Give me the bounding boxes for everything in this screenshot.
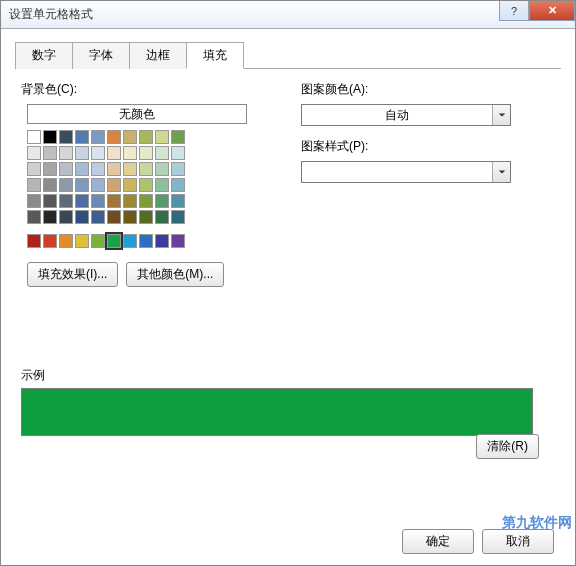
color-swatch[interactable]: [75, 130, 89, 144]
color-swatch[interactable]: [155, 130, 169, 144]
cancel-button[interactable]: 取消: [482, 529, 554, 554]
color-swatch[interactable]: [123, 178, 137, 192]
sample-label: 示例: [21, 367, 555, 384]
color-swatch[interactable]: [123, 146, 137, 160]
color-swatch[interactable]: [123, 234, 137, 248]
color-swatch[interactable]: [155, 178, 169, 192]
pattern-color-label: 图案颜色(A):: [301, 81, 555, 98]
color-swatch[interactable]: [91, 194, 105, 208]
color-swatch[interactable]: [75, 194, 89, 208]
color-swatch[interactable]: [107, 234, 121, 248]
bg-color-label: 背景色(C):: [21, 81, 261, 98]
pattern-color-value: 自动: [302, 107, 492, 124]
color-swatch[interactable]: [171, 210, 185, 224]
color-swatch[interactable]: [171, 194, 185, 208]
color-swatch[interactable]: [107, 178, 121, 192]
tab-page-fill: 背景色(C): 无颜色 填充效果(I)... 其他颜色(M)... 图案颜色(A…: [15, 69, 561, 509]
titlebar: 设置单元格格式 ? ✕: [1, 1, 575, 29]
color-swatch[interactable]: [91, 162, 105, 176]
color-swatch[interactable]: [139, 210, 153, 224]
tab-bar: 数字 字体 边框 填充: [15, 41, 561, 69]
color-swatch[interactable]: [75, 210, 89, 224]
color-swatch[interactable]: [107, 162, 121, 176]
color-swatch[interactable]: [91, 146, 105, 160]
color-palette: [27, 130, 261, 248]
color-swatch[interactable]: [27, 210, 41, 224]
color-swatch[interactable]: [91, 210, 105, 224]
color-swatch[interactable]: [171, 234, 185, 248]
color-swatch[interactable]: [123, 162, 137, 176]
tab-font[interactable]: 字体: [72, 42, 130, 69]
color-swatch[interactable]: [171, 130, 185, 144]
color-swatch[interactable]: [139, 194, 153, 208]
color-swatch[interactable]: [27, 162, 41, 176]
color-swatch[interactable]: [43, 210, 57, 224]
color-swatch[interactable]: [59, 130, 73, 144]
color-swatch[interactable]: [155, 234, 169, 248]
color-swatch[interactable]: [43, 234, 57, 248]
tab-fill[interactable]: 填充: [186, 42, 244, 69]
color-swatch[interactable]: [107, 194, 121, 208]
color-swatch[interactable]: [139, 234, 153, 248]
color-swatch[interactable]: [123, 194, 137, 208]
chevron-down-icon: [492, 105, 510, 125]
color-swatch[interactable]: [171, 178, 185, 192]
color-swatch[interactable]: [155, 146, 169, 160]
window-title: 设置单元格格式: [9, 6, 93, 23]
color-swatch[interactable]: [107, 130, 121, 144]
color-swatch[interactable]: [75, 146, 89, 160]
color-swatch[interactable]: [107, 146, 121, 160]
pattern-style-combo[interactable]: [301, 161, 511, 183]
color-swatch[interactable]: [27, 130, 41, 144]
close-button[interactable]: ✕: [529, 1, 575, 21]
color-swatch[interactable]: [43, 162, 57, 176]
pattern-style-label: 图案样式(P):: [301, 138, 555, 155]
color-swatch[interactable]: [171, 162, 185, 176]
color-swatch[interactable]: [75, 178, 89, 192]
color-swatch[interactable]: [155, 210, 169, 224]
more-colors-button[interactable]: 其他颜色(M)...: [126, 262, 224, 287]
color-swatch[interactable]: [59, 234, 73, 248]
color-swatch[interactable]: [43, 146, 57, 160]
color-swatch[interactable]: [155, 162, 169, 176]
color-swatch[interactable]: [155, 194, 169, 208]
color-swatch[interactable]: [123, 130, 137, 144]
color-swatch[interactable]: [59, 178, 73, 192]
color-swatch[interactable]: [43, 194, 57, 208]
ok-button[interactable]: 确定: [402, 529, 474, 554]
color-swatch[interactable]: [59, 210, 73, 224]
color-swatch[interactable]: [59, 194, 73, 208]
chevron-down-icon: [492, 162, 510, 182]
color-swatch[interactable]: [75, 234, 89, 248]
tab-border[interactable]: 边框: [129, 42, 187, 69]
color-swatch[interactable]: [139, 146, 153, 160]
no-color-button[interactable]: 无颜色: [27, 104, 247, 124]
color-swatch[interactable]: [59, 162, 73, 176]
fill-effects-button[interactable]: 填充效果(I)...: [27, 262, 118, 287]
color-swatch[interactable]: [75, 162, 89, 176]
color-swatch[interactable]: [139, 178, 153, 192]
tab-number[interactable]: 数字: [15, 42, 73, 69]
color-swatch[interactable]: [107, 210, 121, 224]
color-swatch[interactable]: [43, 178, 57, 192]
help-button[interactable]: ?: [499, 1, 529, 21]
color-swatch[interactable]: [91, 234, 105, 248]
color-swatch[interactable]: [91, 130, 105, 144]
color-swatch[interactable]: [43, 130, 57, 144]
color-swatch[interactable]: [139, 130, 153, 144]
color-swatch[interactable]: [171, 146, 185, 160]
color-swatch[interactable]: [59, 146, 73, 160]
color-swatch[interactable]: [123, 210, 137, 224]
pattern-color-combo[interactable]: 自动: [301, 104, 511, 126]
color-swatch[interactable]: [91, 178, 105, 192]
color-swatch[interactable]: [139, 162, 153, 176]
clear-button[interactable]: 清除(R): [476, 434, 539, 459]
color-swatch[interactable]: [27, 234, 41, 248]
color-swatch[interactable]: [27, 178, 41, 192]
sample-preview: [21, 388, 533, 436]
color-swatch[interactable]: [27, 194, 41, 208]
color-swatch[interactable]: [27, 146, 41, 160]
